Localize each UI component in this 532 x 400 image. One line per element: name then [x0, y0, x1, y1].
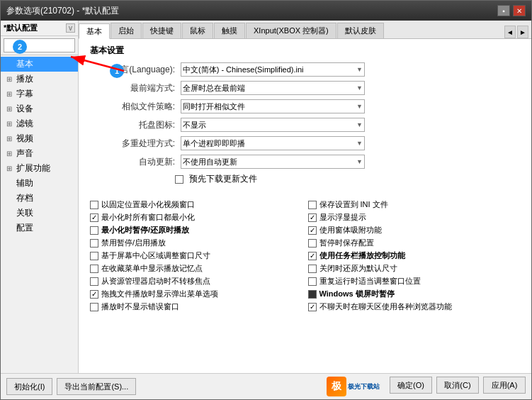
apply-button[interactable]: 应用(A) [483, 377, 526, 394]
tree-item-label: 关联 [16, 207, 33, 219]
close-button[interactable]: ✕ [513, 5, 526, 16]
pin-button[interactable]: ▪ [497, 5, 510, 16]
checkbox-min_all[interactable] [90, 213, 98, 222]
checkbox-center_resize[interactable] [90, 252, 98, 260]
checkbox-save_ini[interactable] [308, 201, 317, 209]
checkbox-item-center_resize: 基于屏幕中心区域调整窗口尺寸 [90, 250, 302, 261]
checkbox-label-no_focus: 从资源管理器启动时不转移焦点 [101, 276, 210, 287]
setting-label: 自动更新: [90, 156, 175, 168]
checkbox-label-fix_pos: 以固定位置最小化视频窗口 [101, 199, 195, 210]
checkbox-label-show_tips: 显示浮显提示 [319, 212, 366, 223]
watermark-text: 极光下载站 [348, 382, 380, 391]
tree-item-basic[interactable]: 基本 [1, 57, 78, 72]
tree-item-video[interactable]: ⊞视频 [1, 131, 78, 146]
tab-nav-left[interactable]: ◄ [504, 26, 516, 38]
tree-item-extend[interactable]: ⊞扩展功能 [1, 161, 78, 176]
checkbox-item-show_tips: 显示浮显提示 [308, 212, 521, 223]
pre-download-row: 预先下载更新文件 [175, 173, 520, 185]
setting-row: 自动更新:不使用自动更新▼ [90, 155, 520, 169]
tab-skin[interactable]: 默认皮肤 [337, 23, 384, 38]
checkbox-item-restore_size: 关闭时还原为默认尺寸 [308, 263, 521, 274]
setting-label: 托盘图标: [90, 119, 175, 131]
tab-xinput[interactable]: XInput(XBOX 控制器) [246, 23, 336, 38]
checkbox-show_menu[interactable] [90, 290, 98, 299]
pre-download-cb[interactable] [175, 175, 183, 184]
dropdown-arrow-icon: ▼ [356, 158, 363, 165]
setting-row: 语言(Language):中文(简体) - Chinese(Simplified… [90, 62, 520, 77]
tab-basic[interactable]: 基本 [79, 23, 110, 39]
tree-item-relation[interactable]: 关联 [1, 206, 78, 221]
tab-start[interactable]: 启始 [111, 23, 142, 38]
checkbox-show_history[interactable] [90, 265, 98, 273]
checkbox-min_pause[interactable] [90, 226, 98, 235]
tree-item-label: 声音 [16, 148, 33, 160]
tree-item-device[interactable]: ⊞设备 [1, 101, 78, 116]
checkbox-restore_pos[interactable] [308, 277, 317, 286]
section-title: 基本设置 [90, 45, 520, 57]
setting-rows: 语言(Language):中文(简体) - Chinese(Simplified… [90, 62, 520, 169]
checkbox-label-restore_pos: 重复运行时适当调整窗口位置 [319, 276, 421, 287]
setting-value: 不显示 [183, 120, 206, 130]
checkbox-label-show_history: 在收藏菜单中显示播放记忆点 [101, 263, 203, 274]
checkbox-fix_pos[interactable] [90, 201, 98, 209]
checkbox-item-save_ini: 保存设置到 INI 文件 [308, 199, 521, 210]
checkbox-label-absorb: 使用窗体吸附功能 [319, 225, 382, 235]
checkbox-disable_pause[interactable] [90, 239, 98, 248]
setting-value: 单个进程即即即播 [183, 138, 245, 149]
tree-item-audio[interactable]: ⊞声音 [1, 146, 78, 161]
checkbox-item-no_focus: 从资源管理器启动时不转移焦点 [90, 276, 302, 287]
dropdown-arrow-icon: ▼ [356, 84, 363, 91]
checkbox-save_layout[interactable] [308, 239, 317, 248]
setting-value: 全屏时总在最前端 [183, 83, 245, 94]
export-button[interactable]: 导出当前配置(S)... [57, 378, 136, 395]
tree-item-config[interactable]: 配置 [1, 221, 78, 235]
checkbox-browser_func[interactable] [308, 303, 317, 311]
tree-expand-icon: ⊞ [6, 90, 15, 98]
checkbox-restore_size[interactable] [308, 265, 317, 273]
tree-item-subtitle[interactable]: ⊞字幕 [1, 87, 78, 101]
tab-nav-right[interactable]: ► [517, 26, 528, 38]
tree-item-filter[interactable]: ⊞滤镜 [1, 116, 78, 131]
tree-item-label: 基本 [16, 58, 33, 70]
main-window: 参数选项(210702) - *默认配置 ▪ ✕ *默认配置 v [0, 0, 532, 400]
tree-item-playback[interactable]: ⊞播放 [1, 72, 78, 87]
title-bar-controls: ▪ ✕ [497, 5, 526, 16]
checkbox-no_focus[interactable] [90, 277, 98, 286]
confirm-button[interactable]: 确定(O) [390, 377, 432, 394]
tree-item-label: 设备 [16, 103, 33, 115]
checkbox-label-task_control: 使用任务栏播放控制功能 [319, 250, 405, 261]
profile-dropdown-btn[interactable]: v [66, 23, 75, 33]
tree-item-label: 存档 [16, 192, 33, 204]
pre-download-label: 预先下载更新文件 [189, 173, 257, 185]
bottom-left: 初始化(I) 导出当前配置(S)... [6, 378, 136, 395]
checkbox-absorb[interactable] [308, 226, 317, 235]
tab-mouse[interactable]: 鼠标 [182, 23, 213, 38]
tree-item-label: 视频 [16, 133, 33, 145]
left-panel: *默认配置 v 🔍 基本⊞播放⊞字幕⊞设备⊞滤镜⊞视频⊞声音⊞扩展功能辅助存档关… [1, 21, 79, 373]
checkbox-task_control[interactable] [308, 252, 317, 260]
cancel-button[interactable]: 取消(C) [436, 377, 479, 394]
tabs-bar: 基本启始快捷键鼠标触摸XInput(XBOX 控制器)默认皮肤◄► [79, 21, 531, 39]
tree-item-help[interactable]: 辅助 [1, 176, 78, 191]
tree-expand-icon: ⊞ [6, 135, 15, 143]
checkbox-item-show_menu: 拖拽文件播放时显示弹出菜单选项 [90, 289, 302, 299]
setting-label: 最前端方式: [90, 82, 175, 94]
setting-dropdown[interactable]: 全屏时总在最前端▼ [181, 81, 365, 95]
checkbox-item-fix_pos: 以固定位置最小化视频窗口 [90, 199, 302, 210]
checkbox-show_tips[interactable] [308, 213, 317, 222]
tree-item-save[interactable]: 存档 [1, 191, 78, 206]
checkbox-item-show_history: 在收藏菜单中显示播放记忆点 [90, 263, 302, 274]
checkbox-win_lock[interactable] [308, 290, 317, 299]
setting-dropdown[interactable]: 同时打开相似文件▼ [181, 99, 365, 113]
init-button[interactable]: 初始化(I) [6, 378, 52, 395]
checkbox-item-task_control: 使用任务栏播放控制功能 [308, 250, 521, 261]
checkbox-item-min_pause: 最小化时暂停/还原时播放 [90, 225, 302, 235]
dropdown-arrow-icon: ▼ [356, 121, 363, 128]
setting-dropdown[interactable]: 不使用自动更新▼ [181, 155, 365, 169]
setting-dropdown[interactable]: 中文(简体) - Chinese(Simplified).ini▼ [181, 62, 365, 77]
tab-touch[interactable]: 触摸 [214, 23, 245, 38]
setting-dropdown[interactable]: 单个进程即即即播▼ [181, 136, 365, 150]
tab-shortcut[interactable]: 快捷键 [142, 23, 181, 38]
checkbox-no_error[interactable] [90, 303, 98, 311]
setting-dropdown[interactable]: 不显示▼ [181, 118, 365, 132]
